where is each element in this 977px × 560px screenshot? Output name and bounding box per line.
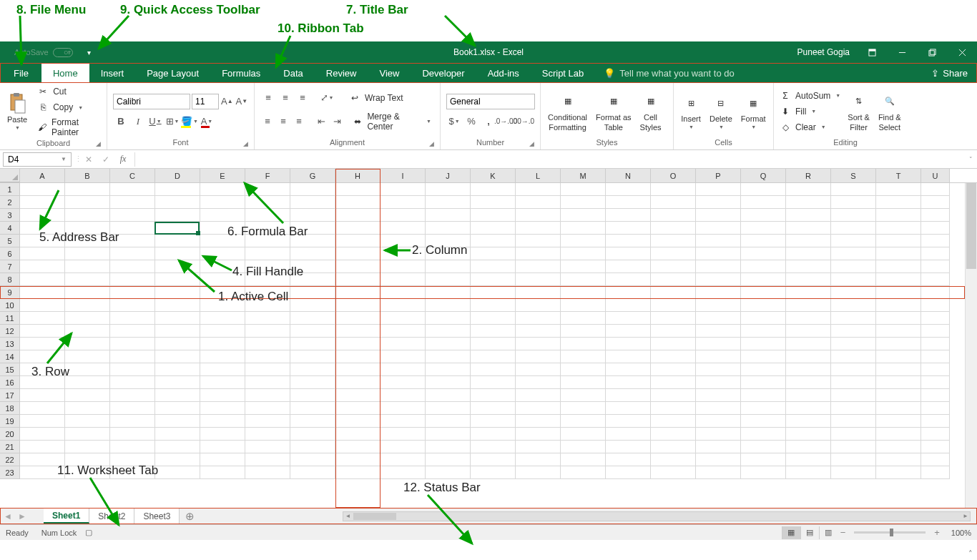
cell[interactable] [921,235,950,247]
align-middle-button[interactable]: ≡ [278,90,293,106]
cell[interactable] [426,389,471,402]
cell[interactable] [155,299,200,312]
cell[interactable] [290,209,335,222]
cell[interactable] [561,312,606,325]
column-header[interactable]: B [65,169,110,182]
cell[interactable] [921,350,950,363]
cell[interactable] [155,350,200,363]
cell[interactable] [245,183,290,196]
cell[interactable] [561,441,606,453]
cell[interactable] [471,183,516,196]
cell[interactable] [651,196,696,209]
cell[interactable] [471,466,516,479]
cell[interactable] [426,338,471,350]
autosave-switch[interactable]: Off [53,48,73,57]
cell[interactable] [831,350,876,363]
cell[interactable] [20,247,65,260]
column-header[interactable]: T [876,169,921,182]
cell[interactable] [200,428,245,441]
cell[interactable] [381,428,426,441]
active-cell[interactable] [154,222,200,235]
cell[interactable] [290,389,335,402]
copy-button[interactable]: ⎘Copy▼ [34,100,104,114]
cell[interactable] [741,183,786,196]
cell[interactable] [20,273,65,286]
cell[interactable] [516,428,561,441]
cell[interactable] [20,325,65,338]
cell[interactable] [561,183,606,196]
cell[interactable] [876,183,921,196]
cell[interactable] [741,389,786,402]
cell[interactable] [606,299,651,312]
row-header[interactable]: 8 [0,273,20,286]
cell[interactable] [741,273,786,286]
cell[interactable] [426,183,471,196]
tab-insert[interactable]: Insert [89,64,136,82]
cell[interactable] [200,273,245,286]
paste-button[interactable]: Paste▼ [3,92,31,132]
cell[interactable] [245,466,290,479]
cell[interactable] [921,376,950,389]
tab-formulas[interactable]: Formulas [210,64,272,82]
cell[interactable] [381,196,426,209]
cell[interactable] [290,428,335,441]
cell[interactable] [561,209,606,222]
cell[interactable] [381,441,426,453]
font-size-select[interactable] [192,94,219,109]
cell[interactable] [741,338,786,350]
cell[interactable] [65,312,110,325]
cell[interactable] [561,363,606,376]
cell[interactable] [155,325,200,338]
alignment-dialog-launcher[interactable]: ◢ [427,140,436,149]
row-header[interactable]: 7 [0,260,20,273]
cell[interactable] [831,299,876,312]
cell[interactable] [561,247,606,260]
align-right-button[interactable]: ≡ [292,114,306,129]
cell[interactable] [876,363,921,376]
cell[interactable] [290,235,335,247]
cell[interactable] [426,466,471,479]
cell[interactable] [245,428,290,441]
cell[interactable] [786,350,831,363]
cell[interactable] [831,402,876,415]
cell[interactable] [245,402,290,415]
cell[interactable] [921,325,950,338]
cell[interactable] [290,273,335,286]
cell[interactable] [426,325,471,338]
cell[interactable] [741,453,786,466]
cell[interactable] [696,209,741,222]
cell[interactable] [20,376,65,389]
cell[interactable] [831,235,876,247]
cell[interactable] [20,389,65,402]
cell[interactable] [606,389,651,402]
tab-file[interactable]: File [1,64,41,82]
cell[interactable] [786,235,831,247]
row-header[interactable]: 6 [0,247,20,260]
cell[interactable] [20,415,65,428]
spreadsheet-grid[interactable]: ABCDEFGHIJKLMNOPQRSTU 123456789101112131… [0,169,977,508]
cell[interactable] [831,338,876,350]
decrease-indent-button[interactable]: ⇤ [314,114,328,129]
cell[interactable] [741,209,786,222]
cell-styles-button[interactable]: ▦CellStyles [636,90,666,133]
cell[interactable] [110,299,155,312]
cell[interactable] [65,247,110,260]
vertical-scrollbar[interactable] [965,183,977,508]
user-name[interactable]: Puneet Gogia [797,47,850,57]
cell[interactable] [155,415,200,428]
tab-scriptlab[interactable]: Script Lab [531,64,596,82]
cell[interactable] [110,312,155,325]
cell[interactable] [245,209,290,222]
cell[interactable] [606,428,651,441]
cell[interactable] [516,389,561,402]
cell[interactable] [786,415,831,428]
cell[interactable] [921,183,950,196]
cell[interactable] [110,453,155,466]
cell[interactable] [876,196,921,209]
row-header[interactable]: 16 [0,376,20,389]
cell[interactable] [516,235,561,247]
cell[interactable] [155,338,200,350]
cell[interactable] [696,350,741,363]
cell[interactable] [921,415,950,428]
cell[interactable] [876,235,921,247]
